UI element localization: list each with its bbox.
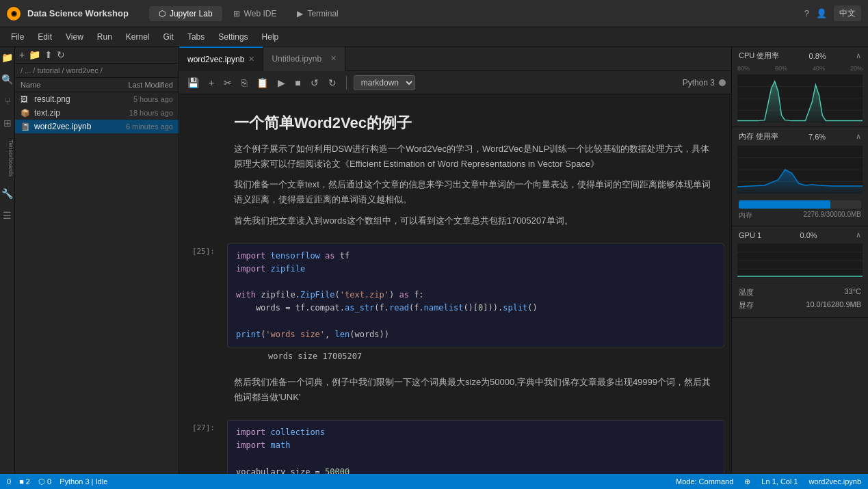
top-right: ? 👤 中文 — [804, 5, 861, 21]
code-cell-27[interactable]: import collections import math vocabular… — [227, 420, 724, 474]
cell-27-body[interactable]: import collections import math vocabular… — [220, 420, 731, 474]
save-btn[interactable]: 💾 — [185, 76, 202, 90]
cpu-label-20: 20% — [850, 65, 863, 72]
sidebar-icon-files[interactable]: 📁 — [1, 52, 14, 63]
menu-file[interactable]: File — [5, 30, 29, 44]
notebook-tab-word2vec[interactable]: word2vec.ipynb ✕ — [179, 47, 263, 71]
restart-btn[interactable]: ↺ — [308, 76, 321, 90]
file-list: 🖼 result.png 5 hours ago 📦 text.zip 18 h… — [15, 92, 179, 474]
temp-value: 33°C — [844, 287, 861, 298]
top-tabs: ⬡ Jupyter Lab ⊞ Web IDE ▶ Terminal — [149, 6, 348, 21]
cell-body-desc4[interactable]: 然后我们准备一个词典，例子中我们限制一下这个词典最大size为50000,字典中… — [220, 368, 731, 417]
cell-25-body[interactable]: import tensorflow as tf import zipfile w… — [220, 243, 731, 365]
menu-edit[interactable]: Edit — [32, 30, 57, 44]
sidebar-icon-extensions[interactable]: ⊞ — [1, 118, 14, 129]
code-content-27: import collections import math vocabular… — [228, 421, 724, 474]
status-0: 0 — [7, 477, 11, 486]
help-button[interactable]: ? — [804, 8, 809, 18]
notebook-tab-untitled-label: Untitled.ipynb — [272, 54, 321, 64]
new-file-btn[interactable]: + — [19, 49, 25, 60]
cell-type-select[interactable]: markdown — [354, 75, 415, 90]
notebook-tab-untitled-close[interactable]: ✕ — [330, 54, 337, 63]
memory-expand-icon: ∧ — [856, 132, 861, 141]
file-name-text-zip: text.zip — [34, 108, 111, 118]
cpu-panel-header[interactable]: CPU 使用率 0.8% ∧ — [732, 47, 868, 65]
cpu-label-80: 80% — [737, 65, 750, 72]
file-item-text-zip[interactable]: 📦 text.zip 18 hours ago — [15, 106, 179, 120]
tab-jupyter[interactable]: ⬡ Jupyter Lab — [149, 6, 222, 21]
file-time-word2vec: 6 minutes ago — [111, 122, 173, 131]
user-button[interactable]: 👤 — [816, 8, 827, 18]
code-cell-25[interactable]: import tensorflow as tf import zipfile w… — [227, 243, 724, 347]
tab-terminal-label: Terminal — [307, 9, 338, 18]
menu-git[interactable]: Git — [158, 30, 179, 44]
memory-label: 内存 — [739, 211, 752, 220]
run-btn[interactable]: ▶ — [275, 76, 288, 90]
notebook-tab-untitled[interactable]: Untitled.ipynb ✕ — [263, 47, 345, 71]
menu-help[interactable]: Help — [257, 30, 285, 44]
right-sidebar: CPU 使用率 0.8% ∧ 80% 60% 40% 20% — [731, 47, 868, 474]
refresh-btn[interactable]: ↻ — [57, 49, 65, 60]
notebook-desc2: 我们准备一个文章text，然后通过这个文章的信息来学习出文章中单词的一个向量表达… — [234, 177, 718, 207]
sidebar-icon-search[interactable]: 🔍 — [1, 74, 14, 85]
memory-info: 内存 2276.9/30000.0MB — [739, 211, 861, 220]
notebook-area: word2vec.ipynb ✕ Untitled.ipynb ✕ 💾 + ✂ … — [179, 47, 731, 474]
file-icon-zip: 📦 — [21, 109, 31, 118]
notebook-tab-word2vec-label: word2vec.ipynb — [187, 55, 244, 64]
menu-tabs[interactable]: Tabs — [182, 30, 210, 44]
upload-btn[interactable]: ⬆ — [44, 49, 53, 60]
cpu-label-60: 60% — [775, 65, 787, 72]
memory-panel-header[interactable]: 内存 使用率 7.6% ∧ — [732, 127, 868, 146]
sidebar-icon-menu[interactable]: ☰ — [1, 210, 14, 221]
menu-bar: File Edit View Run Kernel Git Tabs Setti… — [0, 27, 868, 47]
file-icon-notebook: 📓 — [21, 122, 31, 131]
notebook-tab-word2vec-close[interactable]: ✕ — [248, 55, 254, 64]
sidebar-icon-tools[interactable]: 🔧 — [1, 188, 14, 199]
temp-label: 温度 — [739, 287, 754, 298]
mem2-value: 10.0/16280.9MB — [806, 300, 861, 310]
copy-btn[interactable]: ⎘ — [239, 76, 250, 90]
tab-jupyter-label: Jupyter Lab — [170, 9, 213, 18]
menu-kernel[interactable]: Kernel — [120, 30, 155, 44]
cpu-value: 0.8% — [809, 52, 826, 60]
file-time-text-zip: 18 hours ago — [111, 109, 173, 117]
status-file: word2vec.ipynb — [809, 477, 861, 486]
sidebar-icon-tensorboard[interactable]: Tensorboards — [1, 140, 14, 177]
temp-panel: 温度 33°C 显存 10.0/16280.9MB — [732, 282, 868, 318]
file-toolbar: + 📁 ⬆ ↻ — [15, 47, 179, 64]
gpu-title: GPU 1 — [739, 231, 761, 239]
file-name-word2vec: word2vec.ipynb — [34, 122, 111, 131]
cell-label-title — [179, 104, 220, 241]
cpu-chart — [737, 75, 863, 122]
svg-marker-3 — [737, 81, 863, 122]
notebook-toolbar: 💾 + ✂ ⎘ 📋 ▶ ■ ↺ ↻ markdown Python 3 — [179, 71, 731, 94]
add-cell-btn[interactable]: + — [206, 76, 217, 90]
language-button[interactable]: 中文 — [834, 5, 861, 21]
notebook-desc1: 这个例子展示了如何利用DSW进行构造一个Word2Vec的学习，Word2Vec… — [234, 142, 718, 172]
gpu-expand-icon: ∧ — [856, 230, 861, 239]
menu-run[interactable]: Run — [92, 30, 118, 44]
sidebar-icon-git[interactable]: ⑂ — [1, 96, 14, 107]
memory-panel: 内存 使用率 7.6% ∧ — [732, 127, 868, 226]
file-item-word2vec[interactable]: 📓 word2vec.ipynb 6 minutes ago — [15, 120, 179, 133]
stop-btn[interactable]: ■ — [292, 76, 303, 90]
kernel-name: Python 3 — [683, 78, 715, 88]
jupyter-icon: ⬡ — [159, 9, 166, 18]
menu-view[interactable]: View — [60, 30, 89, 44]
cut-btn[interactable]: ✂ — [221, 76, 235, 90]
menu-settings[interactable]: Settings — [213, 30, 253, 44]
cell-25-number: [25]: — [192, 247, 215, 256]
refresh-btn[interactable]: ↻ — [326, 76, 339, 90]
notebook-desc3: 首先我们把文章读入到words这个数组中，可以看到这个文章总共包括1700520… — [234, 213, 718, 228]
cpu-expand-icon: ∧ — [856, 51, 861, 60]
cell-body-title[interactable]: 一个简单Word2Vec的例子 这个例子展示了如何利用DSW进行构造一个Word… — [220, 104, 731, 241]
gpu-panel-header[interactable]: GPU 1 0.0% ∧ — [732, 226, 868, 243]
tab-terminal[interactable]: ▶ Terminal — [287, 6, 347, 21]
tab-webide[interactable]: ⊞ Web IDE — [224, 6, 287, 21]
file-item-result-png[interactable]: 🖼 result.png 5 hours ago — [15, 92, 179, 106]
file-panel: + 📁 ⬆ ↻ / ... / tutorial / word2vec / Na… — [15, 47, 179, 474]
notebook-content: 一个简单Word2Vec的例子 这个例子展示了如何利用DSW进行构造一个Word… — [179, 94, 731, 474]
gpu-panel: GPU 1 0.0% ∧ — [732, 226, 868, 282]
new-folder-btn[interactable]: 📁 — [29, 49, 40, 60]
paste-btn[interactable]: 📋 — [254, 76, 271, 90]
